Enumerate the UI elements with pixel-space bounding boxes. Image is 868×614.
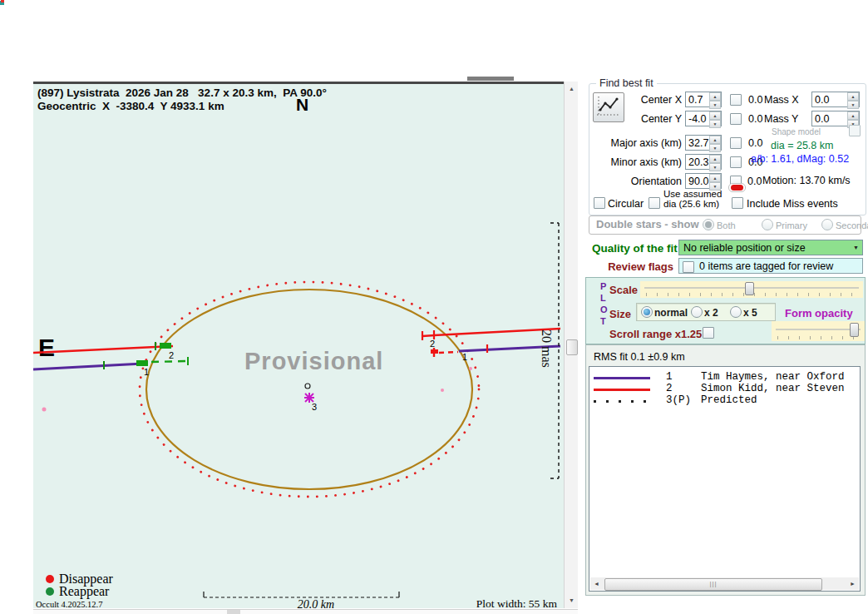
center-x-spinner[interactable]: 0.7 ▲▼ (685, 92, 722, 107)
orientation-spin-up[interactable]: ▲ (709, 174, 721, 182)
quality-of-fit-label: Quality of the fit (592, 242, 678, 255)
listbox-hscroll-thumb[interactable]: ||| (604, 578, 822, 591)
major-axis-value[interactable]: 32.7 (686, 136, 709, 150)
minor-axis-value[interactable]: 20.3 (686, 155, 709, 169)
shape-model-checkbox[interactable] (849, 125, 861, 136)
size-normal-radio[interactable] (641, 306, 653, 318)
find-best-fit-title: Find best fit (596, 77, 657, 89)
predicted-dotted-ellipse (140, 282, 479, 497)
mass-x-spinner[interactable]: 0.0 ▲▼ (811, 92, 860, 107)
double-stars-title: Double stars - show (596, 218, 699, 230)
scale-slider-thumb[interactable] (745, 282, 754, 295)
scroll-up-arrow-icon[interactable]: ▲ (565, 82, 579, 96)
size-normal-label: normal (654, 307, 688, 319)
center-y-spin-up[interactable]: ▲ (709, 111, 721, 120)
predicted-center-marker (305, 384, 310, 389)
double-stars-primary-label: Primary (776, 220, 807, 230)
mass-x-spin-up[interactable]: ▲ (847, 92, 859, 101)
mas-scale-label: 20 mas (540, 329, 554, 368)
chord1-swatch (594, 377, 650, 379)
scroll-left-arrow-icon[interactable]: ◄ (590, 578, 603, 589)
major-axis-lock-checkbox[interactable] (730, 137, 742, 149)
disappear-legend-dot (46, 575, 54, 583)
predicted-swatch (594, 400, 650, 403)
center-y-spinner[interactable]: -4.0 ▲▼ (685, 111, 722, 126)
minor-axis-spin-down[interactable]: ▼ (709, 163, 721, 171)
center-x-spin-up[interactable]: ▲ (709, 92, 721, 101)
red-ellipse-color-button[interactable] (728, 183, 746, 192)
major-axis-spinner[interactable]: 32.7 ▲▼ (685, 135, 722, 151)
occultation-plot-canvas[interactable]: (897) Lysistrata 2026 Jan 28 32.7 x 20.3… (33, 82, 564, 608)
fitted-ellipse (146, 290, 472, 489)
orientation-error-value: 0.0 (747, 176, 762, 187)
center-y-value[interactable]: -4.0 (686, 111, 709, 126)
include-miss-events-checkbox[interactable] (732, 197, 743, 209)
size-x5-radio[interactable] (730, 306, 742, 318)
corner-artifact-red (1, 0, 4, 2)
mass-y-value[interactable]: 0.0 (812, 111, 847, 126)
orientation-value[interactable]: 90.0 (686, 174, 709, 188)
chord2-swatch (594, 389, 650, 391)
orientation-spinner[interactable]: 90.0 ▲▼ (685, 173, 722, 189)
mass-x-spin-down[interactable]: ▼ (847, 101, 859, 109)
plot-letter-t: T (600, 316, 606, 326)
mass-x-value[interactable]: 0.0 (812, 92, 847, 106)
mass-y-spin-up[interactable]: ▲ (847, 111, 859, 120)
minor-axis-spin-up[interactable]: ▲ (709, 155, 721, 163)
minor-axis-lock-checkbox[interactable] (730, 156, 742, 168)
km-scale-bracket (204, 592, 399, 597)
chord1-left-line (33, 364, 143, 369)
use-assumed-dia-checkbox[interactable] (649, 197, 660, 209)
size-x2-radio[interactable] (691, 306, 703, 318)
double-stars-both-label: Both (717, 220, 736, 230)
center-y-spin-down[interactable]: ▼ (709, 120, 721, 128)
plot-horizontal-scrollbar[interactable] (33, 609, 578, 614)
fitted-diameter-label: dia = 25.8 km (771, 140, 833, 151)
center-x-spin-down[interactable]: ▼ (709, 101, 721, 109)
size-label: Size (609, 308, 631, 320)
review-flags-checkbox[interactable] (683, 261, 694, 273)
plot-vertical-scrollbar[interactable]: ▲ ▼ (564, 82, 578, 608)
scroll-right-arrow-icon[interactable]: ► (846, 578, 859, 589)
chord1-left-label: 1 (144, 367, 149, 377)
scroll-range-checkbox[interactable] (703, 327, 714, 339)
orientation-label: Orientation (605, 176, 682, 187)
stray-dot (441, 389, 444, 392)
use-assumed-dia-label: Use assumed dia (25.6 km) (663, 189, 730, 209)
major-axis-spin-up[interactable]: ▲ (709, 136, 721, 144)
scroll-down-arrow-icon[interactable]: ▼ (565, 594, 579, 607)
observer-row[interactable]: 3(P) Predicted (589, 396, 860, 408)
center-x-value[interactable]: 0.7 (686, 92, 709, 106)
minor-axis-label: Minor axis (km) (605, 156, 682, 168)
form-opacity-slider[interactable] (772, 321, 865, 341)
scale-label: Scale (609, 284, 638, 296)
plot-hscroll-thumb[interactable] (227, 610, 240, 614)
major-axis-spin-down[interactable]: ▼ (709, 144, 721, 152)
plot-vscroll-thumb[interactable] (566, 339, 578, 355)
center-y-error-value: 0.0 (748, 113, 762, 125)
center-y-label: Center Y (611, 113, 682, 125)
chord1-red-dashed (439, 352, 458, 353)
major-axis-error-value: 0.0 (748, 137, 762, 149)
center-y-lock-checkbox[interactable] (730, 113, 742, 125)
quality-of-fit-dropdown[interactable]: No reliable position or size ▼ (678, 240, 863, 255)
observer-name: Predicted (701, 394, 757, 406)
reappear-legend-label: Reappear (59, 584, 109, 599)
review-flags-label: Review flags (603, 260, 673, 273)
double-stars-both-radio (703, 219, 714, 230)
minor-axis-spinner[interactable]: 20.3 ▲▼ (685, 154, 722, 170)
quality-of-fit-value: No reliable position or size (683, 242, 806, 254)
dropdown-arrow-icon[interactable]: ▼ (853, 245, 859, 250)
mass-x-label: Mass X (764, 94, 799, 106)
center-x-lock-checkbox[interactable] (730, 94, 742, 106)
observer-listbox[interactable]: 1 Tim Haymes, near Oxford 2 Simon Kidd, … (589, 366, 861, 592)
circular-checkbox[interactable] (594, 197, 605, 209)
form-opacity-label: Form opacity (785, 307, 853, 319)
rms-fit-label: RMS fit 0.1 ±0.9 km (594, 351, 685, 363)
scale-slider[interactable] (640, 281, 863, 298)
listbox-horizontal-scrollbar[interactable]: ◄ ||| ► (590, 577, 859, 590)
stray-dot (469, 367, 472, 370)
plot-graphics: 2 1 2 1 (33, 84, 564, 611)
double-stars-secondary-label: Secondary (836, 220, 868, 230)
form-opacity-slider-thumb[interactable] (850, 323, 859, 337)
